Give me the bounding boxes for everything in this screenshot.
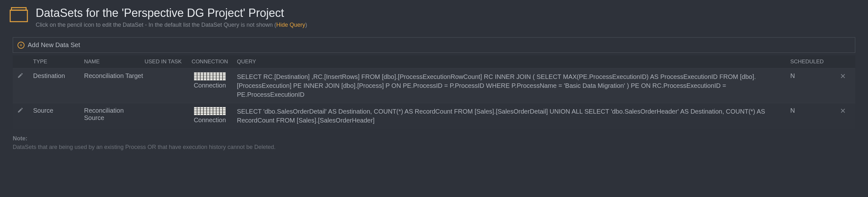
note-block: Note: DataSets that are being used by an…: [13, 134, 855, 152]
cell-name: Reconciliation Source: [84, 107, 145, 122]
page-header: DataSets for the 'Perspective DG Project…: [6, 6, 862, 28]
header-connection: CONNECTION: [183, 59, 237, 65]
header-query: QUERY: [237, 59, 790, 65]
datasets-table: TYPE NAME USED IN TASK CONNECTION QUERY …: [13, 55, 855, 129]
pencil-icon[interactable]: [17, 107, 24, 114]
plus-icon: +: [18, 42, 25, 49]
connection-thumbnail[interactable]: [194, 107, 226, 115]
table-row: Source Reconciliation Source Connection …: [13, 103, 855, 129]
table-header-row: TYPE NAME USED IN TASK CONNECTION QUERY …: [13, 55, 855, 68]
cell-name: Reconciliation Target: [84, 72, 145, 79]
header-type: TYPE: [33, 59, 84, 65]
table-row: Destination Reconciliation Target Connec…: [13, 68, 855, 103]
subtitle-prefix: Click on the pencil icon to edit the Dat…: [36, 22, 276, 28]
header-name: NAME: [84, 59, 145, 65]
header-used-in: USED IN TASK: [145, 59, 183, 65]
hide-query-link[interactable]: Hide Query: [276, 22, 305, 28]
cell-connection-label: Connection: [194, 82, 226, 89]
note-label: Note:: [13, 134, 855, 143]
close-icon[interactable]: ✕: [840, 72, 846, 80]
pencil-icon[interactable]: [17, 73, 24, 80]
svg-rect-1: [11, 8, 26, 10]
cell-type: Source: [33, 107, 84, 114]
cell-type: Destination: [33, 72, 84, 79]
cell-query: SELECT 'dbo.SalesOrderDetail' AS Destina…: [237, 107, 790, 125]
connection-thumbnail[interactable]: [194, 72, 226, 80]
page-subtitle: Click on the pencil icon to edit the Dat…: [36, 22, 307, 28]
cell-scheduled: N: [790, 107, 835, 114]
subtitle-suffix: ): [305, 22, 307, 28]
folder-icon: [9, 6, 28, 22]
cell-scheduled: N: [790, 72, 835, 79]
add-new-dataset-button[interactable]: + Add New Data Set: [13, 37, 855, 53]
page-title: DataSets for the 'Perspective DG Project…: [36, 6, 307, 20]
close-icon[interactable]: ✕: [840, 107, 846, 115]
header-scheduled: SCHEDULED: [790, 59, 835, 65]
note-text: DataSets that are being used by an exist…: [13, 143, 855, 152]
content-panel: + Add New Data Set TYPE NAME USED IN TAS…: [13, 37, 855, 152]
svg-rect-0: [10, 10, 27, 22]
cell-query: SELECT RC.[Destination] ,RC.[InsertRows]…: [237, 72, 790, 99]
cell-connection-label: Connection: [194, 117, 226, 124]
add-new-dataset-label: Add New Data Set: [28, 41, 80, 49]
